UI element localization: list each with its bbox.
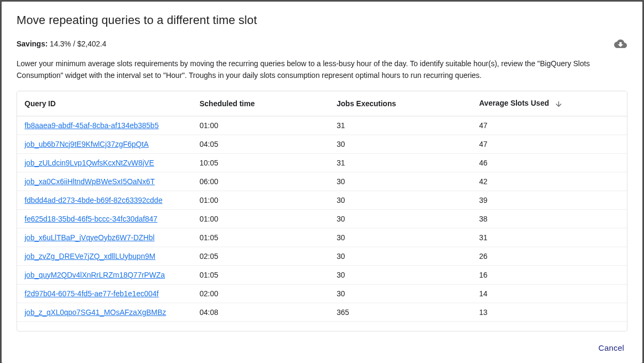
cell-scheduled-time: 10:07 — [192, 321, 329, 326]
table-row: job_xa0Cx6iiHltndWpBWeSxI5OaNx6T06:00304… — [17, 172, 627, 191]
table-row: job_x6uLlTBaP_jVqyeOybz6W7-DZHbl01:05303… — [17, 228, 627, 247]
table-row: job_quyM2QDv4lXnRrLRZm18Q77rPWZa01:05301… — [17, 265, 627, 284]
cell-jobs-executions: 377 — [329, 321, 472, 326]
modal-dialog: Move repeating queries to a different ti… — [2, 2, 642, 363]
cell-jobs-executions: 30 — [329, 191, 472, 209]
cell-jobs-executions: 30 — [329, 209, 472, 228]
query-id-link[interactable]: fdbdd4ad-d273-4bde-b69f-82c63392cdde — [25, 196, 162, 204]
cell-avg-slots: 46 — [472, 153, 627, 172]
table-row: fe625d18-35bd-46f5-bccc-34fc30daf84701:0… — [17, 209, 627, 228]
savings-value: 14.3% / $2,402.4 — [50, 40, 106, 48]
cell-scheduled-time: 01:05 — [192, 265, 329, 284]
cell-query-id: fdbdd4ad-d273-4bde-b69f-82c63392cdde — [17, 191, 192, 209]
queries-table: Query ID Scheduled time Jobs Executions … — [17, 91, 627, 326]
cell-jobs-executions: 365 — [329, 303, 472, 321]
table-row: fb8aaea9-abdf-45af-8cba-af134eb385b501:0… — [17, 116, 627, 135]
query-id-link[interactable]: job_quyM2QDv4lXnRrLRZm18Q77rPWZa — [25, 271, 165, 279]
cell-query-id: job_zvZg_DREVe7jZQ_xdllLUybupn9M — [17, 247, 192, 265]
table-row: job_ub6b7Ncj9tE9KfwlCj37zgF6pQtA04:05304… — [17, 135, 627, 153]
cell-scheduled-time: 01:05 — [192, 228, 329, 247]
cell-query-id: job_z_qXL0qpo7SG41_MOsAFzaXgBMBz — [17, 303, 192, 321]
modal-footer: Cancel — [2, 332, 642, 363]
col-header-query-id[interactable]: Query ID — [17, 91, 192, 116]
table-row: f2d97b04-6075-4fd5-ae77-feb1e1ec004f02:0… — [17, 284, 627, 303]
table-row: fdbdd4ad-d273-4bde-b69f-82c63392cdde01:0… — [17, 191, 627, 209]
cell-avg-slots: 47 — [472, 116, 627, 135]
query-id-link[interactable]: job_z_qXL0qpo7SG41_MOsAFzaXgBMBz — [25, 308, 166, 317]
query-id-link[interactable]: job_ub6b7Ncj9tE9KfwlCj37zgF6pQtA — [25, 140, 149, 148]
queries-table-scroll[interactable]: Query ID Scheduled time Jobs Executions … — [17, 91, 627, 326]
table-row: job_zULdcin9Lvp1QwfsKcxNtZvW8jVE10:05314… — [17, 153, 627, 172]
cell-avg-slots: 47 — [472, 135, 627, 153]
table-row: job_zvZg_DREVe7jZQ_xdllLUybupn9M02:05302… — [17, 247, 627, 265]
cell-query-id: job_x6uLlTBaP_jVqyeOybz6W7-DZHbl — [17, 228, 192, 247]
queries-table-container: Query ID Scheduled time Jobs Executions … — [17, 91, 627, 332]
cell-jobs-executions: 30 — [329, 172, 472, 191]
cell-jobs-executions: 30 — [329, 135, 472, 153]
cell-query-id: job_zhFA1KOuVUNU5iDevSvOR1liWTMn — [17, 321, 192, 326]
cell-avg-slots: 39 — [472, 191, 627, 209]
cell-avg-slots: 42 — [472, 172, 627, 191]
cell-query-id: job_ub6b7Ncj9tE9KfwlCj37zgF6pQtA — [17, 135, 192, 153]
cell-avg-slots: 12 — [472, 321, 627, 326]
query-id-link[interactable]: fe625d18-35bd-46f5-bccc-34fc30daf847 — [25, 215, 157, 223]
cell-query-id: fe625d18-35bd-46f5-bccc-34fc30daf847 — [17, 209, 192, 228]
query-id-link[interactable]: fb8aaea9-abdf-45af-8cba-af134eb385b5 — [25, 121, 158, 130]
cell-jobs-executions: 31 — [329, 153, 472, 172]
query-id-link[interactable]: job_x6uLlTBaP_jVqyeOybz6W7-DZHbl — [25, 233, 155, 242]
cell-scheduled-time: 06:00 — [192, 172, 329, 191]
cell-avg-slots: 38 — [472, 209, 627, 228]
cell-query-id: job_xa0Cx6iiHltndWpBWeSxI5OaNx6T — [17, 172, 192, 191]
table-row: job_z_qXL0qpo7SG41_MOsAFzaXgBMBz04:08365… — [17, 303, 627, 321]
cell-avg-slots: 26 — [472, 247, 627, 265]
cell-jobs-executions: 31 — [329, 116, 472, 135]
savings-row: Savings: 14.3% / $2,402.4 — [2, 27, 642, 51]
cell-jobs-executions: 30 — [329, 265, 472, 284]
query-id-link[interactable]: job_xa0Cx6iiHltndWpBWeSxI5OaNx6T — [25, 177, 155, 186]
cell-avg-slots: 13 — [472, 303, 627, 321]
cell-query-id: job_quyM2QDv4lXnRrLRZm18Q77rPWZa — [17, 265, 192, 284]
table-row: job_zhFA1KOuVUNU5iDevSvOR1liWTMn10:07377… — [17, 321, 627, 326]
cell-query-id: f2d97b04-6075-4fd5-ae77-feb1e1ec004f — [17, 284, 192, 303]
query-id-link[interactable]: job_zvZg_DREVe7jZQ_xdllLUybupn9M — [25, 252, 155, 261]
cell-scheduled-time: 02:00 — [192, 284, 329, 303]
cell-scheduled-time: 02:05 — [192, 247, 329, 265]
description-text: Lower your minimum average slots require… — [2, 51, 642, 81]
cell-scheduled-time: 01:00 — [192, 116, 329, 135]
table-header-row: Query ID Scheduled time Jobs Executions … — [17, 91, 627, 116]
cell-query-id: job_zULdcin9Lvp1QwfsKcxNtZvW8jVE — [17, 153, 192, 172]
modal-title: Move repeating queries to a different ti… — [17, 13, 627, 27]
cell-avg-slots: 31 — [472, 228, 627, 247]
cell-scheduled-time: 01:00 — [192, 209, 329, 228]
col-header-jobs-executions[interactable]: Jobs Executions — [329, 91, 472, 116]
query-id-link[interactable]: job_zULdcin9Lvp1QwfsKcxNtZvW8jVE — [25, 159, 154, 167]
col-header-avg-slots[interactable]: Average Slots Used — [472, 91, 627, 116]
arrow-down-icon — [554, 99, 563, 107]
cell-scheduled-time: 04:05 — [192, 135, 329, 153]
cell-avg-slots: 16 — [472, 265, 627, 284]
col-header-avg-slots-label: Average Slots Used — [479, 99, 549, 107]
cell-query-id: fb8aaea9-abdf-45af-8cba-af134eb385b5 — [17, 116, 192, 135]
cell-jobs-executions: 30 — [329, 228, 472, 247]
cell-jobs-executions: 30 — [329, 247, 472, 265]
cancel-button[interactable]: Cancel — [593, 339, 630, 357]
cell-jobs-executions: 30 — [329, 284, 472, 303]
cloud-download-icon[interactable] — [614, 37, 627, 51]
savings-label: Savings: — [17, 40, 47, 48]
cell-scheduled-time: 01:00 — [192, 191, 329, 209]
query-id-link[interactable]: f2d97b04-6075-4fd5-ae77-feb1e1ec004f — [25, 289, 158, 298]
cell-scheduled-time: 04:08 — [192, 303, 329, 321]
col-header-scheduled-time[interactable]: Scheduled time — [192, 91, 329, 116]
modal-header: Move repeating queries to a different ti… — [2, 2, 642, 27]
cell-avg-slots: 14 — [472, 284, 627, 303]
cell-scheduled-time: 10:05 — [192, 153, 329, 172]
